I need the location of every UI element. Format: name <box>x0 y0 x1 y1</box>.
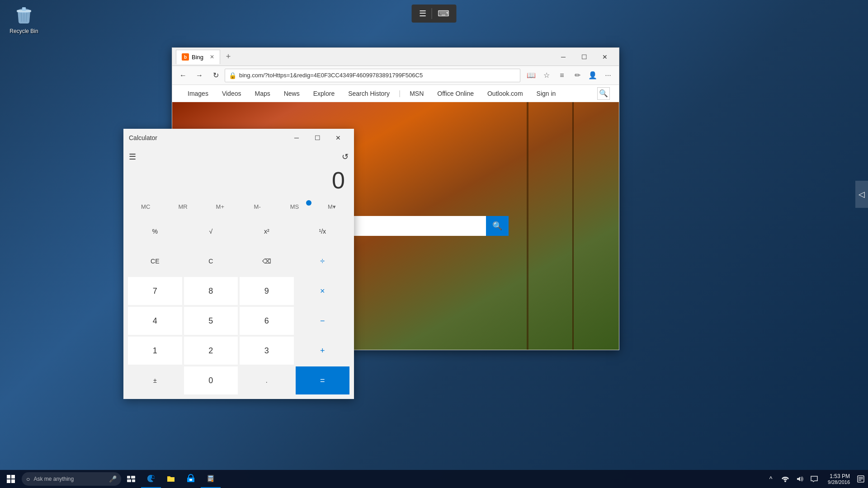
calc-4-button[interactable]: 4 <box>128 307 182 335</box>
reading-view-button[interactable]: 📖 <box>524 68 538 83</box>
taskbar-store-app[interactable] <box>181 470 201 488</box>
nav-explore[interactable]: Explore <box>307 86 341 101</box>
nav-maps[interactable]: Maps <box>248 86 276 101</box>
svg-point-24 <box>784 480 786 482</box>
nav-separator: | <box>397 89 402 98</box>
calc-mminus-button[interactable]: M- <box>239 198 276 215</box>
calc-5-button[interactable]: 5 <box>184 307 238 335</box>
more-button[interactable]: ··· <box>601 68 615 83</box>
side-arrow-button[interactable]: ◁ <box>855 181 868 208</box>
recycle-bin-label: Recycle Bin <box>9 28 38 34</box>
tray-time: 1:53 PM <box>828 473 850 479</box>
calc-7-button[interactable]: 7 <box>128 277 182 305</box>
calc-minimize-button[interactable]: ─ <box>286 131 307 145</box>
nav-msn[interactable]: MSN <box>403 86 430 101</box>
nav-search-history[interactable]: Search History <box>342 86 396 101</box>
calc-decimal-button[interactable]: . <box>240 366 294 394</box>
browser-maximize-button[interactable]: ☐ <box>574 50 594 64</box>
calc-negate-button[interactable]: ± <box>128 366 182 394</box>
nav-videos[interactable]: Videos <box>216 86 248 101</box>
tab-close-button[interactable]: ✕ <box>210 54 214 60</box>
bing-navigation: Images Videos Maps News Explore Search H… <box>172 85 619 102</box>
calc-mr-button[interactable]: MR <box>164 198 201 215</box>
calc-percent-button[interactable]: % <box>128 217 182 245</box>
bing-search-icon[interactable]: 🔍 <box>597 87 610 100</box>
toolbar-divider <box>432 8 432 19</box>
calculator-display: 0 <box>123 167 354 198</box>
browser-minimize-button[interactable]: ─ <box>553 50 574 64</box>
taskbar-search[interactable]: ○ Ask me anything 🎤 <box>22 472 121 486</box>
taskbar-search-circle-icon: ○ <box>26 475 30 483</box>
calc-c-button[interactable]: C <box>184 247 238 275</box>
browser-close-button[interactable]: ✕ <box>594 50 615 64</box>
tray-message-icon[interactable] <box>808 470 821 488</box>
calc-close-button[interactable]: ✕ <box>328 131 349 145</box>
svg-rect-26 <box>859 477 863 478</box>
bing-search-button[interactable]: 🔍 <box>486 216 509 236</box>
calc-0-button[interactable]: 0 <box>184 366 238 394</box>
refresh-button[interactable]: ↻ <box>208 68 223 83</box>
calc-history-icon[interactable]: ↺ <box>342 152 349 162</box>
share-button[interactable]: 👤 <box>585 68 600 83</box>
nav-outlook[interactable]: Outlook.com <box>481 86 529 101</box>
browser-tab-active[interactable]: b Bing ✕ <box>176 50 220 64</box>
tray-chevron-icon[interactable]: ^ <box>764 470 777 488</box>
calc-sqrt-button[interactable]: √ <box>184 217 238 245</box>
calc-3-button[interactable]: 3 <box>240 337 294 365</box>
recycle-bin-icon[interactable]: Recycle Bin <box>4 5 44 34</box>
recycle-bin-image <box>13 5 35 26</box>
keyboard-icon[interactable]: ⌨ <box>438 9 449 19</box>
svg-rect-28 <box>859 480 861 481</box>
tray-volume-icon[interactable] <box>793 470 806 488</box>
calc-2-button[interactable]: 2 <box>184 337 238 365</box>
nav-news[interactable]: News <box>278 86 306 101</box>
taskbar-edge-app[interactable] <box>141 470 161 488</box>
nav-signin[interactable]: Sign in <box>530 86 562 101</box>
taskbar-calculator-app[interactable] <box>201 470 221 488</box>
new-tab-button[interactable]: + <box>222 51 235 63</box>
calc-mstore-button[interactable]: M▾ <box>313 198 350 215</box>
calc-multiply-button[interactable]: × <box>296 277 350 305</box>
forward-button[interactable]: → <box>192 68 207 83</box>
hamburger-menu-icon[interactable]: ☰ <box>419 9 426 19</box>
tray-network-icon[interactable] <box>779 470 792 488</box>
task-view-button[interactable] <box>121 470 141 488</box>
desktop: Recycle Bin ☰ ⌨ ◁ b Bing ✕ + ─ ☐ ✕ ← → ↻ <box>0 0 868 488</box>
taskbar: ○ Ask me anything 🎤 <box>0 470 868 488</box>
back-button[interactable]: ← <box>176 68 190 83</box>
calc-square-button[interactable]: x² <box>240 217 294 245</box>
calc-backspace-button[interactable]: ⌫ <box>240 247 294 275</box>
calc-mplus-button[interactable]: M+ <box>202 198 239 215</box>
nav-office-online[interactable]: Office Online <box>431 86 480 101</box>
start-button[interactable] <box>0 470 22 488</box>
calculator-buttons: % √ x² ¹/x CE C ⌫ ÷ 7 8 9 × 4 5 6 − 1 2 … <box>123 216 354 399</box>
calc-menu-icon[interactable]: ☰ <box>129 152 136 162</box>
calc-8-button[interactable]: 8 <box>184 277 238 305</box>
calc-mc-button[interactable]: MC <box>127 198 164 215</box>
calc-maximize-button[interactable]: ☐ <box>307 131 328 145</box>
taskbar-explorer-app[interactable] <box>161 470 181 488</box>
calc-add-button[interactable]: + <box>296 337 350 365</box>
calc-6-button[interactable]: 6 <box>240 307 294 335</box>
calc-1-button[interactable]: 1 <box>128 337 182 365</box>
browser-addressbar: ← → ↻ 🔒 bing.com/?toHttps=1&redig=4E0F3C… <box>172 66 619 85</box>
address-bar[interactable]: 🔒 bing.com/?toHttps=1&redig=4E0F3CC4349F… <box>225 69 520 82</box>
svg-line-5 <box>26 13 27 22</box>
tray-clock[interactable]: 1:53 PM 9/28/2016 <box>824 473 854 485</box>
calc-subtract-button[interactable]: − <box>296 307 350 335</box>
nav-images[interactable]: Images <box>181 86 215 101</box>
calc-reciprocal-button[interactable]: ¹/x <box>296 217 350 245</box>
svg-rect-20 <box>212 479 213 479</box>
annotation-button[interactable]: ✏ <box>570 68 585 83</box>
calc-ce-button[interactable]: CE <box>128 247 182 275</box>
svg-rect-18 <box>208 479 210 479</box>
favorites-button[interactable]: ☆ <box>539 68 554 83</box>
calc-equals-button[interactable]: = <box>296 366 350 394</box>
svg-line-3 <box>21 13 22 22</box>
action-center-button[interactable] <box>854 470 868 488</box>
calc-ms-button[interactable]: MS <box>276 198 313 215</box>
hub-button[interactable]: ≡ <box>555 68 569 83</box>
calc-9-button[interactable]: 9 <box>240 277 294 305</box>
calc-divide-button[interactable]: ÷ <box>296 247 350 275</box>
taskbar-mic-icon[interactable]: 🎤 <box>109 475 117 483</box>
